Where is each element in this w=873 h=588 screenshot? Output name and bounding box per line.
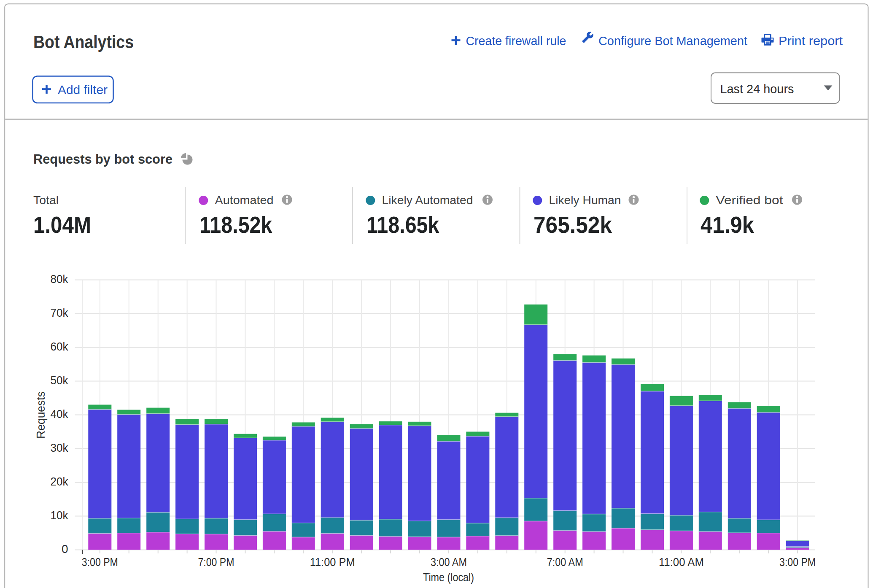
svg-text:Bot Analytics: Bot Analytics [33,32,134,52]
svg-text:30k: 30k [51,441,69,454]
svg-text:Requests by bot score: Requests by bot score [33,151,172,167]
svg-text:Configure Bot Management: Configure Bot Management [598,34,748,48]
svg-text:118.52k: 118.52k [199,212,272,238]
svg-text:765.52k: 765.52k [534,212,612,238]
svg-text:Requests: Requests [35,391,47,439]
svg-text:3:00 PM: 3:00 PM [82,556,118,569]
svg-text:Print report: Print report [779,34,843,48]
svg-text:Last 24 hours: Last 24 hours [720,82,794,96]
svg-text:10k: 10k [51,509,69,522]
svg-text:Verified bot: Verified bot [716,194,783,207]
svg-text:11:00 AM: 11:00 AM [659,556,704,569]
svg-text:40k: 40k [51,407,69,421]
svg-text:11:00 PM: 11:00 PM [310,556,355,569]
svg-text:Automated: Automated [215,194,274,207]
svg-text:118.65k: 118.65k [366,212,439,238]
svg-text:20k: 20k [51,475,69,488]
svg-text:50k: 50k [51,374,69,387]
svg-text:Time (local): Time (local) [423,571,474,584]
svg-text:Create firewall rule: Create firewall rule [466,34,566,48]
svg-text:7:00 PM: 7:00 PM [198,556,234,569]
svg-text:3:00 PM: 3:00 PM [779,556,816,569]
svg-text:0: 0 [62,542,68,556]
svg-text:80k: 80k [51,272,69,286]
svg-text:3:00 AM: 3:00 AM [431,556,467,569]
svg-text:Total: Total [33,194,59,207]
svg-text:Add filter: Add filter [58,83,108,97]
svg-text:Likely Automated: Likely Automated [382,194,473,207]
svg-text:41.9k: 41.9k [701,212,754,238]
svg-text:7:00 AM: 7:00 AM [547,556,583,569]
svg-text:70k: 70k [51,306,69,319]
svg-text:Likely Human: Likely Human [549,194,621,207]
svg-text:1.04M: 1.04M [33,212,91,238]
svg-text:60k: 60k [51,340,69,353]
